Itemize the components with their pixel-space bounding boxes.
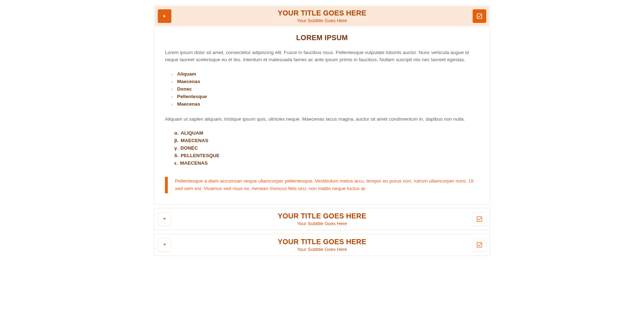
expand-toggle-button[interactable] bbox=[158, 238, 171, 252]
list-item: γ.DONEC bbox=[174, 144, 479, 152]
panel-header-1[interactable]: YOUR TITLE GOES HERE Your Subtitle Goes … bbox=[155, 6, 489, 26]
accordion-panel-1: YOUR TITLE GOES HERE Your Subtitle Goes … bbox=[154, 5, 490, 204]
list-item: Aliquam bbox=[177, 70, 479, 78]
check-button[interactable] bbox=[473, 9, 486, 23]
list-item: α.ALIQUAM bbox=[174, 129, 479, 137]
panel-header-2[interactable]: YOUR TITLE GOES HERE Your Subtitle Goes … bbox=[155, 209, 489, 229]
list-item: δ.PELLENTESQUE bbox=[174, 152, 479, 159]
content-heading: LOREM IPSUM bbox=[165, 34, 479, 42]
greek-item-text: ALIQUAM bbox=[181, 130, 203, 136]
panel-title: YOUR TITLE GOES HERE bbox=[171, 9, 473, 17]
accordion-wrapper: YOUR TITLE GOES HERE Your Subtitle Goes … bbox=[154, 5, 490, 304]
check-square-icon bbox=[477, 13, 482, 19]
svg-rect-1 bbox=[477, 217, 482, 221]
panel-subtitle: Your Subtitle Goes Here bbox=[171, 18, 473, 23]
paragraph-2: Aliquam ut sapien aliquam, tristique ips… bbox=[165, 116, 479, 123]
accordion-panel-3: YOUR TITLE GOES HERE Your Subtitle Goes … bbox=[154, 234, 490, 256]
panel-title-block: YOUR TITLE GOES HERE Your Subtitle Goes … bbox=[171, 212, 473, 226]
caret-down-icon bbox=[163, 243, 166, 246]
collapse-toggle-button[interactable] bbox=[158, 9, 171, 23]
greek-item-text: MAECENAS bbox=[181, 138, 208, 143]
greek-item-text: PELLENTESQUE bbox=[181, 153, 220, 158]
panel-title-block: YOUR TITLE GOES HERE Your Subtitle Goes … bbox=[171, 9, 473, 23]
check-square-icon bbox=[477, 242, 482, 248]
accordion-panel-2: YOUR TITLE GOES HERE Your Subtitle Goes … bbox=[154, 208, 490, 230]
panel-subtitle: Your Subtitle Goes Here bbox=[171, 221, 473, 226]
panel-subtitle: Your Subtitle Goes Here bbox=[171, 247, 473, 252]
list-item: Pellentesque bbox=[177, 93, 479, 100]
bullet-list: Aliquam Maecenas Donec Pellentesque Maec… bbox=[165, 70, 479, 108]
caret-down-icon bbox=[163, 218, 166, 220]
svg-rect-2 bbox=[477, 242, 482, 247]
caret-right-icon bbox=[163, 14, 166, 18]
blockquote: Pellentesque a diam accumsan neque ullam… bbox=[165, 177, 479, 193]
greek-marker: α. bbox=[174, 130, 179, 136]
check-button[interactable] bbox=[473, 238, 486, 252]
list-item: β.MAECENAS bbox=[174, 137, 479, 144]
greek-item-text: MAECENAS bbox=[180, 160, 208, 166]
list-item: Maecenas bbox=[177, 78, 479, 85]
greek-marker: ε. bbox=[174, 160, 178, 166]
greek-item-text: DONEC bbox=[180, 145, 198, 151]
check-button[interactable] bbox=[473, 212, 486, 226]
panel-header-3[interactable]: YOUR TITLE GOES HERE Your Subtitle Goes … bbox=[155, 235, 489, 255]
list-item: Maecenas bbox=[177, 100, 479, 108]
list-item: ε.MAECENAS bbox=[174, 159, 479, 167]
panel-title: YOUR TITLE GOES HERE bbox=[171, 212, 473, 220]
panel-title: YOUR TITLE GOES HERE bbox=[171, 238, 473, 246]
greek-list: α.ALIQUAM β.MAECENAS γ.DONEC δ.PELLENTES… bbox=[165, 129, 479, 167]
greek-marker: γ. bbox=[174, 145, 178, 151]
greek-marker: δ. bbox=[174, 153, 179, 158]
expand-toggle-button[interactable] bbox=[158, 212, 171, 226]
greek-marker: β. bbox=[174, 138, 179, 143]
check-square-icon bbox=[477, 216, 482, 222]
panel-title-block: YOUR TITLE GOES HERE Your Subtitle Goes … bbox=[171, 238, 473, 252]
svg-rect-0 bbox=[477, 14, 482, 19]
list-item: Donec bbox=[177, 85, 479, 93]
paragraph-1: Lorem ipsum dolor sit amet, consectetur … bbox=[165, 49, 479, 64]
panel-body-1: LOREM IPSUM Lorem ipsum dolor sit amet, … bbox=[155, 27, 489, 203]
